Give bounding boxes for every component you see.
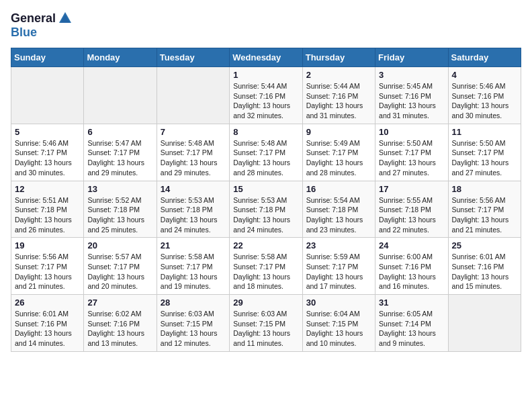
day-number: 22 (233, 240, 298, 250)
cell-info: Sunrise: 6:00 AM Sunset: 7:16 PM Dayligh… (379, 252, 444, 291)
cell-info: Sunrise: 6:01 AM Sunset: 7:16 PM Dayligh… (15, 309, 80, 349)
cell-info: Sunrise: 5:56 AM Sunset: 7:17 PM Dayligh… (15, 252, 80, 291)
weekday-header-wednesday: Wednesday (230, 48, 302, 67)
calendar-table: SundayMondayTuesdayWednesdayThursdayFrid… (11, 48, 521, 352)
calendar-cell (448, 295, 521, 352)
cell-info: Sunrise: 5:50 AM Sunset: 7:17 PM Dayligh… (452, 138, 517, 178)
cell-info: Sunrise: 5:44 AM Sunset: 7:16 PM Dayligh… (233, 81, 298, 121)
cell-info: Sunrise: 5:44 AM Sunset: 7:16 PM Dayligh… (306, 81, 371, 121)
day-number: 11 (452, 127, 517, 137)
day-number: 10 (379, 127, 444, 137)
day-number: 7 (161, 127, 226, 137)
weekday-header-row: SundayMondayTuesdayWednesdayThursdayFrid… (11, 48, 521, 67)
day-number: 25 (452, 240, 517, 250)
day-number: 27 (87, 298, 152, 308)
cell-info: Sunrise: 5:45 AM Sunset: 7:16 PM Dayligh… (379, 81, 444, 121)
calendar-cell: 3Sunrise: 5:45 AM Sunset: 7:16 PM Daylig… (375, 67, 448, 124)
calendar-cell: 24Sunrise: 6:00 AM Sunset: 7:16 PM Dayli… (375, 238, 448, 295)
calendar-cell: 1Sunrise: 5:44 AM Sunset: 7:16 PM Daylig… (230, 67, 302, 124)
logo-text-general: General (11, 11, 56, 26)
cell-info: Sunrise: 6:03 AM Sunset: 7:15 PM Dayligh… (161, 309, 226, 349)
day-number: 23 (306, 240, 371, 250)
day-number: 1 (233, 70, 298, 80)
calendar-week-row: 1Sunrise: 5:44 AM Sunset: 7:16 PM Daylig… (11, 67, 521, 124)
calendar-cell: 2Sunrise: 5:44 AM Sunset: 7:16 PM Daylig… (302, 67, 375, 124)
cell-info: Sunrise: 5:50 AM Sunset: 7:17 PM Dayligh… (379, 138, 444, 178)
calendar-cell: 11Sunrise: 5:50 AM Sunset: 7:17 PM Dayli… (448, 124, 521, 181)
calendar-cell: 16Sunrise: 5:54 AM Sunset: 7:18 PM Dayli… (302, 181, 375, 238)
weekday-header-tuesday: Tuesday (157, 48, 229, 67)
calendar-cell: 23Sunrise: 5:59 AM Sunset: 7:17 PM Dayli… (302, 238, 375, 295)
calendar-cell: 18Sunrise: 5:56 AM Sunset: 7:17 PM Dayli… (448, 181, 521, 238)
cell-info: Sunrise: 5:56 AM Sunset: 7:17 PM Dayligh… (452, 195, 517, 235)
cell-info: Sunrise: 5:49 AM Sunset: 7:17 PM Dayligh… (306, 138, 371, 178)
calendar-cell: 5Sunrise: 5:46 AM Sunset: 7:17 PM Daylig… (11, 124, 84, 181)
day-number: 8 (233, 127, 298, 137)
day-number: 17 (379, 184, 444, 194)
cell-info: Sunrise: 6:01 AM Sunset: 7:16 PM Dayligh… (452, 252, 517, 291)
calendar-cell: 27Sunrise: 6:02 AM Sunset: 7:16 PM Dayli… (84, 295, 157, 352)
cell-info: Sunrise: 5:48 AM Sunset: 7:17 PM Dayligh… (161, 138, 226, 178)
cell-info: Sunrise: 6:03 AM Sunset: 7:15 PM Dayligh… (233, 309, 298, 349)
weekday-header-monday: Monday (84, 48, 157, 67)
day-number: 30 (306, 298, 371, 308)
cell-info: Sunrise: 5:57 AM Sunset: 7:17 PM Dayligh… (87, 252, 152, 291)
calendar-cell: 31Sunrise: 6:05 AM Sunset: 7:14 PM Dayli… (375, 295, 448, 352)
cell-info: Sunrise: 6:05 AM Sunset: 7:14 PM Dayligh… (379, 309, 444, 349)
cell-info: Sunrise: 5:51 AM Sunset: 7:18 PM Dayligh… (15, 195, 80, 235)
calendar-cell: 29Sunrise: 6:03 AM Sunset: 7:15 PM Dayli… (230, 295, 302, 352)
logo-text-blue: Blue (11, 26, 37, 40)
calendar-cell (157, 67, 229, 124)
calendar-cell: 22Sunrise: 5:58 AM Sunset: 7:17 PM Dayli… (230, 238, 302, 295)
calendar-cell: 25Sunrise: 6:01 AM Sunset: 7:16 PM Dayli… (448, 238, 521, 295)
calendar-cell: 30Sunrise: 6:04 AM Sunset: 7:15 PM Dayli… (302, 295, 375, 352)
weekday-header-saturday: Saturday (448, 48, 521, 67)
day-number: 31 (379, 298, 444, 308)
calendar-cell: 26Sunrise: 6:01 AM Sunset: 7:16 PM Dayli… (11, 295, 84, 352)
day-number: 19 (15, 240, 80, 250)
calendar-cell: 13Sunrise: 5:52 AM Sunset: 7:18 PM Dayli… (84, 181, 157, 238)
calendar-cell: 8Sunrise: 5:48 AM Sunset: 7:17 PM Daylig… (230, 124, 302, 181)
cell-info: Sunrise: 5:55 AM Sunset: 7:18 PM Dayligh… (379, 195, 444, 235)
cell-info: Sunrise: 5:58 AM Sunset: 7:17 PM Dayligh… (161, 252, 226, 291)
page-header: General Blue (11, 11, 521, 40)
calendar-week-row: 26Sunrise: 6:01 AM Sunset: 7:16 PM Dayli… (11, 295, 521, 352)
cell-info: Sunrise: 5:53 AM Sunset: 7:18 PM Dayligh… (233, 195, 298, 235)
cell-info: Sunrise: 5:48 AM Sunset: 7:17 PM Dayligh… (233, 138, 298, 178)
calendar-cell: 15Sunrise: 5:53 AM Sunset: 7:18 PM Dayli… (230, 181, 302, 238)
day-number: 15 (233, 184, 298, 194)
day-number: 26 (15, 298, 80, 308)
day-number: 4 (452, 70, 517, 80)
day-number: 12 (15, 184, 80, 194)
calendar-cell: 7Sunrise: 5:48 AM Sunset: 7:17 PM Daylig… (157, 124, 229, 181)
calendar-cell: 9Sunrise: 5:49 AM Sunset: 7:17 PM Daylig… (302, 124, 375, 181)
cell-info: Sunrise: 6:04 AM Sunset: 7:15 PM Dayligh… (306, 309, 371, 349)
cell-info: Sunrise: 5:58 AM Sunset: 7:17 PM Dayligh… (233, 252, 298, 291)
calendar-week-row: 12Sunrise: 5:51 AM Sunset: 7:18 PM Dayli… (11, 181, 521, 238)
logo: General Blue (11, 11, 73, 40)
calendar-week-row: 5Sunrise: 5:46 AM Sunset: 7:17 PM Daylig… (11, 124, 521, 181)
day-number: 6 (87, 127, 152, 137)
weekday-header-friday: Friday (375, 48, 448, 67)
day-number: 16 (306, 184, 371, 194)
day-number: 5 (15, 127, 80, 137)
day-number: 3 (379, 70, 444, 80)
cell-info: Sunrise: 5:46 AM Sunset: 7:17 PM Dayligh… (15, 138, 80, 178)
weekday-header-sunday: Sunday (11, 48, 84, 67)
calendar-cell: 4Sunrise: 5:46 AM Sunset: 7:16 PM Daylig… (448, 67, 521, 124)
cell-info: Sunrise: 6:02 AM Sunset: 7:16 PM Dayligh… (87, 309, 152, 349)
calendar-cell: 19Sunrise: 5:56 AM Sunset: 7:17 PM Dayli… (11, 238, 84, 295)
day-number: 21 (161, 240, 226, 250)
calendar-cell: 12Sunrise: 5:51 AM Sunset: 7:18 PM Dayli… (11, 181, 84, 238)
day-number: 2 (306, 70, 371, 80)
day-number: 14 (161, 184, 226, 194)
day-number: 18 (452, 184, 517, 194)
cell-info: Sunrise: 5:59 AM Sunset: 7:17 PM Dayligh… (306, 252, 371, 291)
cell-info: Sunrise: 5:47 AM Sunset: 7:17 PM Dayligh… (87, 138, 152, 178)
calendar-cell: 20Sunrise: 5:57 AM Sunset: 7:17 PM Dayli… (84, 238, 157, 295)
calendar-cell (11, 67, 84, 124)
calendar-cell: 14Sunrise: 5:53 AM Sunset: 7:18 PM Dayli… (157, 181, 229, 238)
day-number: 13 (87, 184, 152, 194)
cell-info: Sunrise: 5:54 AM Sunset: 7:18 PM Dayligh… (306, 195, 371, 235)
calendar-cell: 17Sunrise: 5:55 AM Sunset: 7:18 PM Dayli… (375, 181, 448, 238)
